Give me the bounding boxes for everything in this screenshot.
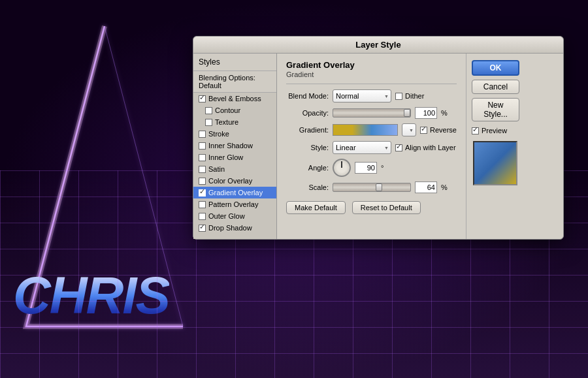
gradient-row: Gradient: Reverse bbox=[286, 123, 457, 136]
pattern-overlay-checkbox[interactable] bbox=[199, 201, 206, 208]
align-check-row[interactable]: Align with Layer bbox=[395, 144, 456, 151]
sidebar-item-stroke[interactable]: Stroke bbox=[193, 128, 276, 140]
scale-unit: % bbox=[441, 183, 448, 191]
style-label: Style: bbox=[286, 144, 329, 151]
blend-mode-label: Blend Mode: bbox=[286, 92, 329, 100]
preview-thumbnail bbox=[473, 141, 517, 185]
sidebar-item-color-overlay[interactable]: Color Overlay bbox=[193, 175, 276, 187]
preview-check-row[interactable]: Preview bbox=[472, 127, 519, 134]
bevel-emboss-label: Bevel & Emboss bbox=[208, 95, 261, 102]
sidebar-item-texture[interactable]: Texture bbox=[193, 116, 276, 128]
svg-line-0 bbox=[105, 26, 183, 326]
buttons-panel: OK Cancel New Style... Preview bbox=[466, 54, 525, 239]
color-overlay-label: Color Overlay bbox=[208, 177, 252, 185]
styles-header[interactable]: Styles bbox=[193, 54, 276, 71]
gradient-overlay-checkbox[interactable] bbox=[199, 189, 206, 197]
angle-label: Angle: bbox=[286, 164, 329, 172]
contour-label: Contour bbox=[215, 106, 240, 114]
inner-shadow-checkbox[interactable] bbox=[199, 142, 206, 150]
section-subtitle: Gradient bbox=[286, 71, 457, 78]
pattern-overlay-label: Pattern Overlay bbox=[208, 200, 258, 208]
new-style-button[interactable]: New Style... bbox=[472, 98, 519, 121]
dialog-titlebar: Layer Style bbox=[193, 37, 563, 54]
scale-thumb[interactable] bbox=[376, 183, 382, 191]
drop-shadow-label: Drop Shadow bbox=[208, 224, 252, 232]
scale-slider[interactable] bbox=[333, 183, 411, 192]
angle-row: Angle: ° bbox=[286, 159, 457, 177]
sidebar-item-contour[interactable]: Contour bbox=[193, 104, 276, 116]
opacity-row: Opacity: % bbox=[286, 107, 457, 119]
dialog-title: Layer Style bbox=[355, 40, 400, 50]
dither-checkbox[interactable] bbox=[395, 93, 402, 100]
stroke-checkbox[interactable] bbox=[199, 131, 206, 138]
sidebar-item-pattern-overlay[interactable]: Pattern Overlay bbox=[193, 198, 276, 210]
blend-mode-select[interactable]: Normal bbox=[333, 89, 391, 102]
satin-checkbox[interactable] bbox=[199, 166, 206, 173]
satin-label: Satin bbox=[208, 165, 225, 173]
sidebar-item-inner-shadow[interactable]: Inner Shadow bbox=[193, 140, 276, 151]
section-title: Gradient Overlay bbox=[286, 60, 457, 70]
scale-input[interactable] bbox=[415, 181, 437, 193]
inner-shadow-label: Inner Shadow bbox=[208, 142, 253, 150]
inner-glow-label: Inner Glow bbox=[208, 153, 243, 161]
gradient-preview[interactable] bbox=[333, 124, 398, 136]
align-checkbox[interactable] bbox=[395, 144, 402, 151]
main-panel: Gradient Overlay Gradient Blend Mode: No… bbox=[277, 54, 466, 239]
scale-row: Scale: % bbox=[286, 181, 457, 193]
preview-checkbox[interactable] bbox=[472, 127, 479, 134]
dialog-main-area: Gradient Overlay Gradient Blend Mode: No… bbox=[277, 54, 525, 239]
sidebar-item-satin[interactable]: Satin bbox=[193, 163, 276, 175]
style-select[interactable]: Linear bbox=[333, 141, 391, 154]
opacity-slider[interactable] bbox=[333, 108, 411, 118]
texture-checkbox[interactable] bbox=[205, 119, 212, 126]
reverse-checkbox[interactable] bbox=[420, 127, 427, 134]
outer-glow-label: Outer Glow bbox=[208, 212, 245, 220]
reverse-check-row[interactable]: Reverse bbox=[420, 126, 457, 134]
inner-glow-checkbox[interactable] bbox=[199, 154, 206, 161]
opacity-unit: % bbox=[441, 109, 448, 117]
gradient-select-arrow[interactable] bbox=[402, 123, 416, 136]
color-overlay-checkbox[interactable] bbox=[199, 178, 206, 185]
opacity-input[interactable] bbox=[415, 107, 437, 119]
gradient-overlay-label: Gradient Overlay bbox=[208, 189, 263, 197]
angle-unit: ° bbox=[381, 164, 384, 172]
neon-triangle-decoration bbox=[20, 20, 189, 339]
angle-input[interactable] bbox=[355, 162, 377, 174]
texture-label: Texture bbox=[215, 118, 238, 126]
cancel-button[interactable]: Cancel bbox=[472, 80, 519, 94]
divider bbox=[286, 84, 457, 84]
blending-options-item[interactable]: Blending Options: Default bbox=[193, 71, 276, 93]
gradient-label: Gradient: bbox=[286, 126, 329, 134]
angle-dial[interactable] bbox=[333, 159, 351, 177]
chrome-text: CHRIS bbox=[13, 266, 169, 326]
bottom-actions: Make Default Reset to Default bbox=[286, 201, 457, 214]
stroke-label: Stroke bbox=[208, 130, 229, 138]
sidebar-item-bevel-emboss[interactable]: Bevel & Emboss bbox=[193, 93, 276, 104]
blend-mode-row: Blend Mode: Normal Dither bbox=[286, 89, 457, 102]
layer-style-dialog: Layer Style Styles Blending Options: Def… bbox=[193, 36, 564, 240]
bevel-emboss-checkbox[interactable] bbox=[199, 95, 206, 102]
make-default-button[interactable]: Make Default bbox=[286, 201, 346, 214]
reset-default-button[interactable]: Reset to Default bbox=[352, 201, 421, 214]
drop-shadow-checkbox[interactable] bbox=[199, 225, 206, 232]
style-row: Style: Linear Align with Layer bbox=[286, 141, 457, 154]
outer-glow-checkbox[interactable] bbox=[199, 213, 206, 220]
opacity-thumb[interactable] bbox=[404, 109, 410, 117]
contour-checkbox[interactable] bbox=[205, 107, 212, 114]
scale-label: Scale: bbox=[286, 183, 329, 191]
styles-panel: Styles Blending Options: Default Bevel &… bbox=[193, 54, 277, 239]
sidebar-item-drop-shadow[interactable]: Drop Shadow bbox=[193, 222, 276, 234]
dither-check-row[interactable]: Dither bbox=[395, 92, 424, 100]
opacity-label: Opacity: bbox=[286, 109, 329, 117]
dialog-body: Styles Blending Options: Default Bevel &… bbox=[193, 54, 563, 239]
sidebar-item-inner-glow[interactable]: Inner Glow bbox=[193, 151, 276, 163]
ok-button[interactable]: OK bbox=[472, 60, 519, 76]
sidebar-item-outer-glow[interactable]: Outer Glow bbox=[193, 210, 276, 222]
sidebar-item-gradient-overlay[interactable]: Gradient Overlay bbox=[193, 187, 276, 198]
